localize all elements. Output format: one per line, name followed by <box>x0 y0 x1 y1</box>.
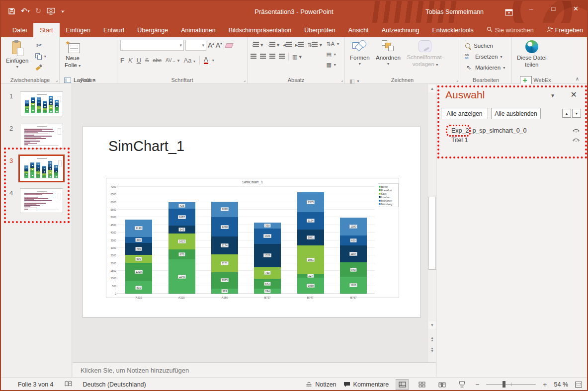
send-backward-icon[interactable]: ▼ <box>572 109 581 118</box>
notes-area[interactable]: Klicken Sie, um Notizen hinzuzufügen <box>73 362 436 377</box>
notes-toggle[interactable]: Notizen <box>306 381 336 388</box>
slide-sorter-view-button[interactable] <box>416 379 428 390</box>
paste-button[interactable]: Einfügen ▾ <box>4 39 30 75</box>
tab-einfügen[interactable]: Einfügen <box>60 23 97 37</box>
normal-view-button[interactable] <box>396 379 409 390</box>
new-slide-button[interactable]: ★ Neue Folie ▾ <box>63 39 83 75</box>
bullets-button[interactable]: ⋮ ▾ <box>251 42 263 48</box>
zoom-out-icon[interactable]: − <box>475 381 479 389</box>
tab-animationen[interactable]: Animationen <box>174 23 222 37</box>
align-text-button[interactable]: ▤▾ <box>325 50 340 59</box>
collapse-ribbon-icon[interactable]: ∧ <box>576 76 579 81</box>
increase-font-icon[interactable]: A▴ <box>208 41 214 49</box>
slide-title-textbox[interactable]: SimChart_1 <box>108 138 184 155</box>
thumbnail-canvas[interactable] <box>20 91 63 116</box>
dialog-launcher-icon[interactable]: ⌟ <box>341 78 343 82</box>
copy-button[interactable]: ▾ <box>34 51 48 62</box>
dialog-launcher-icon[interactable]: ⌟ <box>456 78 458 82</box>
character-spacing-button[interactable]: AV↔ ▾ <box>166 58 179 63</box>
align-center-button[interactable] <box>260 54 266 60</box>
zoom-slider[interactable] <box>486 384 536 385</box>
increase-indent-icon[interactable]: ▸ <box>295 42 304 48</box>
change-case-button[interactable]: Aa ▾ <box>184 57 196 64</box>
zoom-level[interactable]: 54 % <box>554 381 569 388</box>
language-indicator[interactable]: Deutsch (Deutschland) <box>83 381 146 388</box>
tab-sie-wünschen[interactable]: Sie wünschen <box>480 23 540 37</box>
close-button[interactable]: ✕ <box>565 1 587 16</box>
italic-button[interactable]: K <box>128 57 133 64</box>
text-direction-button[interactable]: ⇅A▾ <box>325 39 340 49</box>
chart-object[interactable]: SimChart_1 05001000150020002500300035004… <box>106 178 399 298</box>
bring-forward-icon[interactable]: ▲ <box>562 109 571 118</box>
find-button[interactable]: Suchen <box>463 40 509 51</box>
maximize-button[interactable]: □ <box>542 1 565 16</box>
thumbnail-canvas[interactable] <box>20 188 63 213</box>
shapes-button[interactable]: Formen ▾ <box>348 39 372 75</box>
bold-button[interactable]: F <box>120 57 124 64</box>
scroll-up-icon[interactable]: ▲ <box>428 85 436 92</box>
underline-button[interactable]: U <box>137 57 141 64</box>
share-file-button[interactable]: Diese Datei teilen <box>515 39 548 75</box>
start-presentation-icon[interactable] <box>47 6 55 16</box>
slide-thumbnail-1[interactable]: 1 <box>1 91 72 119</box>
tab-start[interactable]: Start <box>33 23 59 37</box>
tab-übergänge[interactable]: Übergänge <box>131 23 174 37</box>
tab-aufzeichnung[interactable]: Aufzeichnung <box>375 23 426 37</box>
align-left-button[interactable] <box>251 54 256 60</box>
zoom-slider-handle[interactable] <box>503 381 505 388</box>
strikethrough-button[interactable]: abc <box>153 57 162 63</box>
undo-icon[interactable]: ↶▾ <box>21 6 30 16</box>
slide-thumbnail-2[interactable]: 2 <box>1 124 72 152</box>
dialog-launcher-icon[interactable]: ⌟ <box>56 78 58 82</box>
eye-visibility-icon[interactable] <box>572 137 580 144</box>
tab-ansicht[interactable]: Ansicht <box>342 23 375 37</box>
show-all-button[interactable]: Alle anzeigen <box>441 108 488 119</box>
selection-item[interactable]: Exp_2_p_sp_simchart_0_0 <box>436 126 588 135</box>
slideshow-view-button[interactable] <box>455 379 468 390</box>
tab-freigeben[interactable]: Freigeben <box>540 23 588 37</box>
scrollbar-thumb[interactable] <box>428 197 436 270</box>
pane-close-icon[interactable]: ✕ <box>571 90 577 99</box>
ribbon-display-options-icon[interactable] <box>498 5 520 20</box>
fit-to-window-icon[interactable] <box>575 382 582 388</box>
comments-toggle[interactable]: Kommentare <box>343 381 389 388</box>
text-shadow-button[interactable]: S <box>145 57 149 63</box>
thumbnail-canvas[interactable] <box>18 155 65 182</box>
tab-entwicklertools[interactable]: Entwicklertools <box>425 23 480 37</box>
customize-qat-icon[interactable]: —▾ <box>61 6 65 16</box>
slide-thumbnail-3[interactable]: 3 <box>1 156 72 184</box>
font-name-combo[interactable]: ▾ <box>120 40 184 51</box>
zoom-in-icon[interactable]: + <box>543 381 547 389</box>
align-right-button[interactable] <box>269 54 275 60</box>
redo-icon[interactable]: ↻ <box>35 6 42 16</box>
font-size-combo[interactable]: ▾ <box>185 40 206 51</box>
selection-item[interactable]: Titel 1 <box>436 135 588 145</box>
slide-canvas[interactable]: SimChart_1 SimChart_1 050010001500200025… <box>82 127 421 317</box>
tab-datei[interactable]: Datei <box>6 23 33 37</box>
vertical-scrollbar[interactable]: ▲ ▼ ▲▲ ▼▼ <box>427 84 436 362</box>
justify-button[interactable] <box>279 54 285 60</box>
minimize-button[interactable]: – <box>520 1 542 16</box>
font-color-button[interactable]: A <box>204 56 208 64</box>
decrease-font-icon[interactable]: A▾ <box>216 41 222 49</box>
tab-überprüfen[interactable]: Überprüfen <box>298 23 342 37</box>
thumbnail-canvas[interactable] <box>20 124 63 149</box>
replace-button[interactable]: abacErsetzen▾ <box>463 51 509 62</box>
select-button[interactable]: ⇖Markieren▾ <box>463 62 509 73</box>
dialog-launcher-icon[interactable]: ⌟ <box>244 78 246 82</box>
tab-entwurf[interactable]: Entwurf <box>97 23 131 37</box>
previous-slide-icon[interactable]: ▲▲ <box>428 335 436 343</box>
columns-button[interactable]: ▥ ▾ <box>292 54 302 60</box>
cut-button[interactable]: ✂ <box>34 40 48 51</box>
numbering-button[interactable]: ⋮ ▾ <box>267 42 280 48</box>
hide-all-button[interactable]: Alle ausblenden <box>491 108 541 119</box>
clear-formatting-icon[interactable] <box>225 43 233 48</box>
tab-bildschirmpräsentation[interactable]: Bildschirmpräsentation <box>222 23 298 37</box>
slide-thumbnail-4[interactable]: 4 <box>1 188 72 216</box>
pane-dropdown-icon[interactable]: ▼ <box>550 93 555 98</box>
eye-visibility-icon[interactable] <box>572 128 580 135</box>
scroll-down-icon[interactable]: ▼ <box>428 321 436 329</box>
arrange-button[interactable]: Anordnen ▾ <box>374 39 403 75</box>
next-slide-icon[interactable]: ▼▼ <box>428 346 436 354</box>
reading-view-button[interactable] <box>435 379 448 390</box>
